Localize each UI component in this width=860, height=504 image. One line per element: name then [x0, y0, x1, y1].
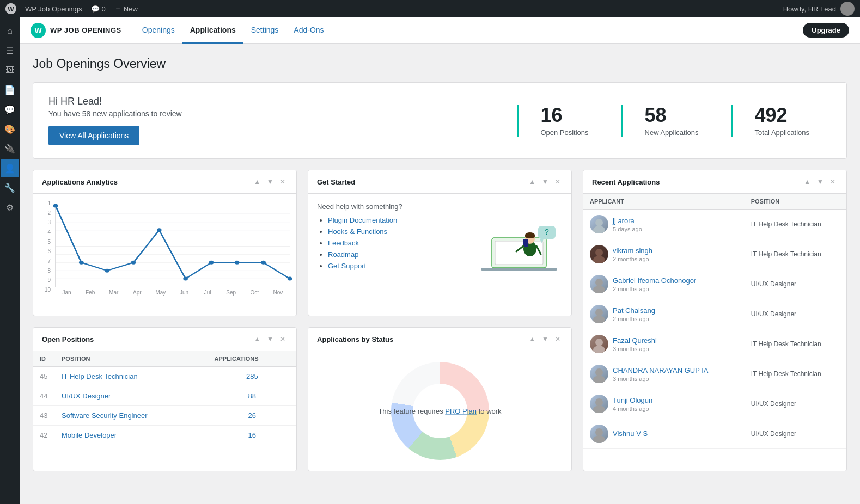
position-name-link[interactable]: UI/UX Designer: [62, 392, 111, 400]
applicant-name-link[interactable]: vikram singh: [613, 247, 652, 255]
table-row: Pat Chaisang 2 months ago UI/UX Designer: [583, 299, 846, 329]
position-name-link[interactable]: IT Help Desk Technician: [62, 372, 138, 380]
apps-by-status-header: Applications by Status ▲ ▼ ✕: [308, 328, 571, 351]
svg-point-20: [288, 277, 292, 281]
sidebar-item-dashboard[interactable]: ⌂: [1, 22, 19, 40]
position-name-link[interactable]: Software Security Engineer: [62, 411, 148, 420]
stat-new-applications-label: New Applications: [645, 128, 699, 137]
applicant-position: UI/UX Designer: [745, 269, 846, 299]
feedback-link[interactable]: Feedback: [328, 239, 359, 247]
applicant-cell: vikram singh 2 months ago: [590, 245, 738, 263]
svg-point-34: [595, 219, 603, 226]
sidebar-item-posts[interactable]: ☰: [1, 41, 19, 60]
stat-open-positions-label: Open Positions: [540, 128, 588, 137]
new-content-button[interactable]: ＋ New: [114, 4, 138, 14]
analytics-widget-controls: ▲ ▼ ✕: [252, 177, 288, 187]
table-row: Vishnu V S UI/UX Designer: [583, 419, 846, 449]
recent-apps-close-button[interactable]: ✕: [828, 177, 838, 187]
get-started-header: Get Started ▲ ▼ ✕: [308, 170, 571, 194]
stat-new-applications: 58 New Applications: [621, 105, 721, 137]
position-name-link[interactable]: Mobile Developer: [62, 431, 117, 439]
nav-addons[interactable]: Add-Ons: [286, 17, 331, 44]
col-header-id: ID: [33, 351, 55, 367]
applicant-time: 2 months ago: [613, 286, 696, 292]
recent-applications-widget: Recent Applications ▲ ▼ ✕ APPLICANT POSI…: [583, 170, 847, 471]
apps-by-status-close-button[interactable]: ✕: [553, 334, 563, 344]
stat-open-positions: 16 Open Positions: [517, 105, 610, 137]
open-positions-close-button[interactable]: ✕: [278, 334, 288, 344]
open-positions-collapse-up-button[interactable]: ▲: [252, 334, 263, 344]
pro-plan-message: This feature requires PRO Plan to work: [378, 407, 501, 415]
analytics-widget-title: Applications Analytics: [42, 178, 252, 186]
avatar: [590, 425, 608, 443]
open-positions-collapse-down-button[interactable]: ▼: [265, 334, 276, 344]
sidebar-item-comments[interactable]: 💬: [1, 100, 19, 119]
sidebar-item-settings[interactable]: ⚙: [1, 198, 19, 217]
applicant-cell: Pat Chaisang 2 months ago: [590, 305, 738, 323]
applicant-position: UI/UX Designer: [745, 419, 846, 449]
svg-rect-33: [525, 235, 535, 238]
svg-text:?: ?: [545, 228, 549, 236]
nav-applications[interactable]: Applications: [182, 17, 243, 44]
recent-apps-collapse-down-button[interactable]: ▼: [815, 177, 826, 187]
sidebar-item-pages[interactable]: 📄: [1, 81, 19, 99]
recent-applications-header: Recent Applications ▲ ▼ ✕: [583, 170, 846, 194]
upgrade-button[interactable]: Upgrade: [803, 23, 849, 38]
apps-by-status-title: Applications by Status: [317, 335, 527, 343]
welcome-message: You have 58 new applications to review: [48, 109, 506, 118]
view-all-applications-button[interactable]: View All Applications: [48, 126, 139, 145]
get-support-link[interactable]: Get Support: [328, 262, 366, 270]
svg-point-39: [593, 286, 605, 293]
applicant-name-link[interactable]: Fazal Qureshi: [613, 336, 657, 345]
applicant-time: 5 days ago: [613, 226, 642, 232]
avatar: [590, 305, 608, 323]
analytics-close-button[interactable]: ✕: [278, 177, 288, 187]
nav-settings[interactable]: Settings: [243, 17, 286, 44]
svg-rect-22: [481, 268, 557, 271]
stat-total-applications-label: Total Applications: [755, 128, 809, 137]
applicant-name-link[interactable]: Gabriel Ifeoma Ochonogor: [613, 276, 696, 285]
sidebar-item-users[interactable]: 👤: [1, 159, 19, 177]
apps-by-status-collapse-down-button[interactable]: ▼: [540, 334, 551, 344]
page-content: Job Openings Overview Hi HR Lead! You ha…: [20, 44, 860, 504]
applicant-name-link[interactable]: Tunji Ologun: [613, 396, 652, 404]
position-id: 44: [33, 386, 55, 406]
avatar: [590, 275, 608, 293]
sidebar-item-tools[interactable]: 🔧: [1, 179, 19, 197]
apps-by-status-collapse-up-button[interactable]: ▲: [527, 334, 538, 344]
list-item-feedback: Feedback: [328, 239, 467, 247]
get-started-collapse-down-button[interactable]: ▼: [540, 177, 551, 187]
applicant-cell: CHANDRA NARAYAN GUPTA 3 months ago: [590, 365, 738, 383]
sidebar-item-plugins[interactable]: 🔌: [1, 139, 19, 158]
recent-apps-collapse-up-button[interactable]: ▲: [802, 177, 813, 187]
get-started-controls: ▲ ▼ ✕: [527, 177, 563, 187]
stat-total-applications: 492 Total Applications: [731, 105, 831, 137]
sidebar-item-media[interactable]: 🖼: [1, 61, 19, 79]
stat-new-applications-number: 58: [645, 105, 699, 126]
analytics-collapse-down-button[interactable]: ▼: [265, 177, 276, 187]
analytics-collapse-up-button[interactable]: ▲: [252, 177, 263, 187]
get-started-widget: Get Started ▲ ▼ ✕ Need help with somethi…: [308, 170, 572, 316]
site-name[interactable]: WP Job Openings: [25, 5, 82, 13]
comments-count[interactable]: 💬 0: [91, 5, 106, 13]
get-started-close-button[interactable]: ✕: [553, 177, 563, 187]
get-started-body: Need help with something? Plugin Documen…: [308, 194, 571, 282]
applicant-name-link[interactable]: Vishnu V S: [613, 429, 648, 438]
applicant-cell: Vishnu V S: [590, 425, 738, 443]
open-positions-header: Open Positions ▲ ▼ ✕: [33, 328, 296, 351]
roadmap-link[interactable]: Roadmap: [328, 250, 358, 259]
applicant-name-link[interactable]: CHANDRA NARAYAN GUPTA: [613, 366, 709, 374]
plugin-documentation-link[interactable]: Plugin Documentation: [328, 216, 397, 224]
applicant-name-link[interactable]: jj arora: [613, 217, 635, 225]
applicant-time: 2 months ago: [613, 316, 655, 322]
pro-plan-link[interactable]: PRO Plan: [445, 407, 477, 415]
user-avatar[interactable]: [840, 2, 855, 16]
recent-applications-title: Recent Applications: [592, 178, 802, 186]
applicant-name-link[interactable]: Pat Chaisang: [613, 306, 655, 315]
sidebar-item-appearance[interactable]: 🎨: [1, 120, 19, 138]
main-wrap: W WP JOB OPENINGS Openings Applications …: [20, 17, 860, 504]
hooks-functions-link[interactable]: Hooks & Functions: [328, 228, 387, 236]
get-started-collapse-up-button[interactable]: ▲: [527, 177, 538, 187]
nav-openings[interactable]: Openings: [135, 17, 182, 44]
applicant-position: IT Help Desk Technician: [745, 210, 846, 239]
